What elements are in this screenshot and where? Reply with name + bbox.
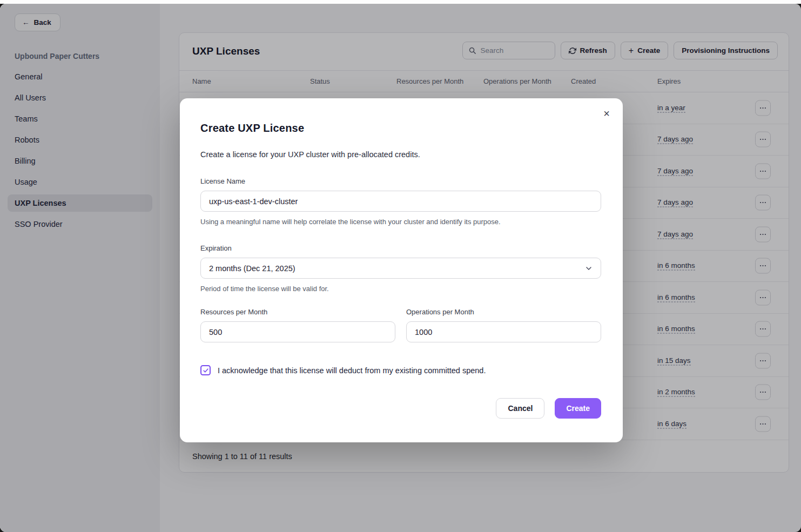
operations-per-month-input[interactable] [406,321,601,342]
license-name-helper: Using a meaningful name will help correl… [200,218,601,226]
acknowledge-label: I acknowledge that this license will ded… [218,366,486,375]
acknowledge-row: I acknowledge that this license will ded… [200,365,601,375]
credits-fields: Resources per Month Operations per Month [200,293,601,342]
browser-chrome-strip [0,0,801,4]
expiration-select[interactable]: 2 months (Dec 21, 2025) [200,258,601,279]
expiration-label: Expiration [200,244,601,252]
resources-field-group: Resources per Month [200,293,395,342]
close-icon: × [603,107,610,119]
expiration-helper: Period of time the license will be valid… [200,285,601,293]
cancel-button[interactable]: Cancel [496,398,544,419]
modal-description: Create a license for your UXP cluster wi… [200,150,601,159]
close-button[interactable]: × [598,105,615,122]
operations-per-month-label: Operations per Month [406,308,601,316]
check-icon [203,367,209,374]
expiration-selected-value: 2 months (Dec 21, 2025) [209,264,295,273]
resources-per-month-input[interactable] [200,321,395,342]
resources-per-month-label: Resources per Month [200,308,395,316]
license-name-input[interactable] [200,191,601,212]
create-uxp-license-modal: × Create UXP License Create a license fo… [180,98,623,442]
modal-create-button[interactable]: Create [555,398,601,419]
app-window: ← Back Upbound Paper Cutters General All… [0,4,801,532]
license-name-label: License Name [200,177,601,185]
modal-title: Create UXP License [200,122,601,134]
chevron-down-icon [584,264,593,273]
operations-field-group: Operations per Month [406,293,601,342]
acknowledge-checkbox[interactable] [200,365,211,375]
modal-actions: Cancel Create [200,398,601,419]
